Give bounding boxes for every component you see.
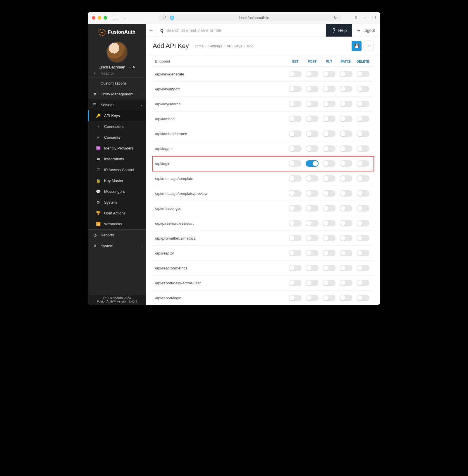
vcard-icon[interactable]: ▭ [128, 65, 130, 69]
close-window-icon[interactable] [92, 16, 95, 20]
toggle-get[interactable] [289, 116, 302, 122]
toggle-put[interactable] [323, 175, 335, 182]
toggle-put[interactable] [323, 295, 335, 301]
new-tab-icon[interactable]: ＋ [363, 15, 367, 20]
sidebar-item-webhooks[interactable]: 📶Webhooks [88, 219, 146, 229]
toggle-delete[interactable] [357, 265, 369, 271]
sidebar-item-key-master[interactable]: 🔒Key Master [88, 175, 146, 186]
toggle-get[interactable] [289, 71, 302, 77]
fullscreen-window-icon[interactable] [104, 16, 107, 20]
toggle-put[interactable] [323, 145, 335, 152]
sidebar-toggle-button[interactable] [112, 15, 119, 20]
sidebar-item-settings[interactable]: ☰Settings⌄ [88, 99, 146, 110]
share-icon[interactable]: ⇧ [354, 15, 358, 20]
sidebar-item-integrations[interactable]: ⇄Integrations [88, 154, 146, 164]
toggle-delete[interactable] [357, 295, 369, 301]
toggle-delete[interactable] [357, 86, 369, 92]
toggle-get[interactable] [289, 220, 302, 226]
sidebar-item-consents[interactable]: ✓Consents [88, 132, 146, 143]
crumb[interactable]: Settings [208, 44, 222, 48]
tabs-icon[interactable]: ❐ [372, 15, 376, 20]
reload-icon[interactable]: ↻ [334, 16, 337, 20]
sidebar-item-entity-management[interactable]: ≣Entity Management‹ [88, 89, 146, 99]
toggle-put[interactable] [323, 220, 335, 226]
toggle-get[interactable] [289, 265, 302, 271]
toggle-get[interactable] [289, 130, 302, 137]
toggle-patch[interactable] [340, 280, 352, 286]
toggle-delete[interactable] [357, 190, 369, 197]
sidebar-item-connectors[interactable]: ›Connectors [88, 121, 146, 132]
toggle-get[interactable] [289, 280, 302, 286]
toggle-get[interactable] [289, 295, 302, 301]
toggle-delete[interactable] [357, 205, 369, 212]
toggle-get[interactable] [289, 86, 302, 92]
crumb[interactable]: API Keys [226, 44, 242, 48]
crumb[interactable]: Home [194, 44, 204, 48]
sidebar-item-identity-providers[interactable]: 🆔Identity Providers [88, 143, 146, 154]
toggle-patch[interactable] [340, 175, 352, 182]
toggle-get[interactable] [289, 160, 302, 167]
toggle-get[interactable] [289, 175, 302, 182]
toggle-post[interactable] [306, 145, 319, 152]
toggle-patch[interactable] [340, 205, 352, 212]
toggle-put[interactable] [323, 190, 335, 197]
sidebar-item-user-actions[interactable]: 🏆User Actions [88, 208, 146, 219]
toggle-get[interactable] [289, 101, 302, 107]
collapse-sidebar-button[interactable]: ⇤ [146, 24, 156, 37]
toggle-get[interactable] [289, 190, 302, 197]
save-button[interactable]: 💾 [352, 41, 362, 51]
toggle-put[interactable] [323, 280, 335, 286]
toggle-patch[interactable] [340, 295, 352, 301]
toggle-delete[interactable] [357, 280, 369, 286]
toggle-post[interactable] [306, 235, 319, 241]
toggle-put[interactable] [323, 265, 335, 271]
toggle-patch[interactable] [340, 145, 352, 152]
toggle-post[interactable] [306, 86, 319, 92]
location-icon[interactable]: ➤ [133, 65, 135, 69]
sidebar-item-customizations[interactable]: Customizations‹ [88, 78, 146, 89]
toggle-patch[interactable] [340, 101, 352, 107]
toggle-post[interactable] [306, 71, 319, 77]
toggle-post[interactable] [306, 295, 319, 301]
toggle-post[interactable] [306, 205, 319, 212]
toggle-patch[interactable] [340, 160, 352, 167]
toggle-put[interactable] [323, 235, 335, 241]
toggle-patch[interactable] [340, 116, 352, 122]
toggle-get[interactable] [289, 205, 302, 212]
toggle-post[interactable] [306, 280, 319, 286]
sidebar-item-api-keys[interactable]: 🔑API Keys [88, 110, 146, 121]
toggle-put[interactable] [323, 205, 335, 212]
logout-button[interactable]: ↪ Logout [352, 24, 380, 37]
back-button[interactable]: 〈 [130, 15, 136, 21]
sidebar-item-system[interactable]: 🖥System‹ [88, 240, 146, 251]
avatar[interactable] [106, 42, 128, 63]
toggle-delete[interactable] [357, 130, 369, 137]
toggle-patch[interactable] [340, 130, 352, 137]
help-button[interactable]: ❔ Help [326, 24, 352, 37]
toggle-patch[interactable] [340, 265, 352, 271]
toggle-post[interactable] [306, 190, 319, 197]
toggle-delete[interactable] [357, 175, 369, 182]
toggle-post[interactable] [306, 160, 319, 167]
toggle-delete[interactable] [357, 160, 369, 167]
forward-button[interactable]: 〉 [139, 15, 145, 21]
toggle-post[interactable] [306, 116, 319, 122]
toggle-delete[interactable] [357, 235, 369, 241]
toggle-patch[interactable] [340, 86, 352, 92]
toggle-post[interactable] [306, 101, 319, 107]
sidebar-item-messengers[interactable]: 💬Messengers [88, 186, 146, 197]
toggle-patch[interactable] [340, 190, 352, 197]
toggle-put[interactable] [323, 130, 335, 137]
toggle-post[interactable] [306, 250, 319, 256]
toggle-delete[interactable] [357, 101, 369, 107]
chevron-down-icon[interactable]: ⌄ [122, 15, 128, 21]
toggle-post[interactable] [306, 175, 319, 182]
sidebar-item-reports[interactable]: ◔Reports‹ [88, 230, 146, 240]
toggle-delete[interactable] [357, 116, 369, 122]
toggle-get[interactable] [289, 235, 302, 241]
toggle-post[interactable] [306, 265, 319, 271]
toggle-put[interactable] [323, 116, 335, 122]
sidebar-item-system[interactable]: ⚙System [88, 197, 146, 208]
toggle-delete[interactable] [357, 145, 369, 152]
toggle-put[interactable] [323, 86, 335, 92]
